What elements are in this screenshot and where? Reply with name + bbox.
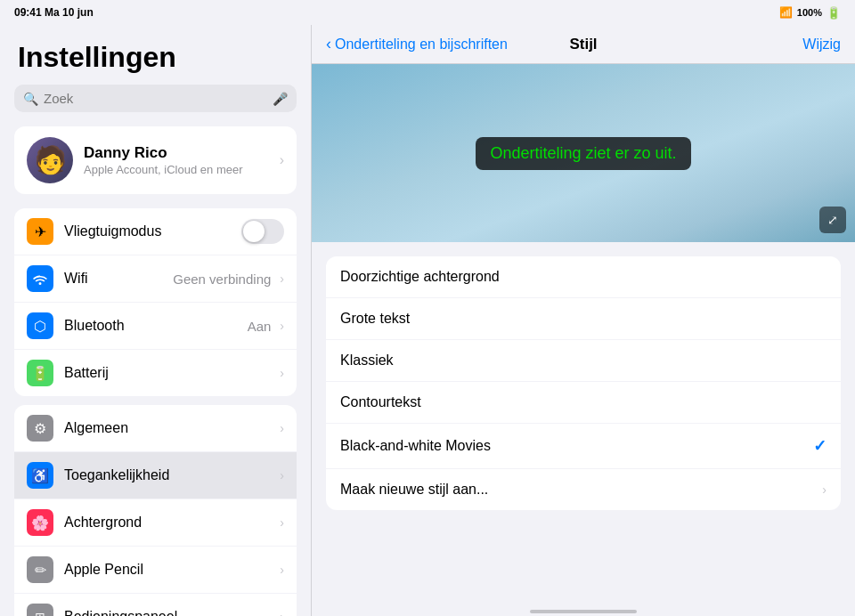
vliegtuigmodus-toggle[interactable] (241, 219, 284, 244)
nav-title: Stijl (569, 36, 597, 53)
status-icons: 📶 100% 🔋 (779, 6, 841, 20)
sidebar-item-applepencil[interactable]: ✏ Apple Pencil › (14, 547, 297, 594)
account-card[interactable]: 🧑 Danny Rico Apple Account, iCloud en me… (14, 126, 297, 194)
sidebar-item-algemeen[interactable]: ⚙ Algemeen › (14, 405, 297, 452)
style-list: Doorzichtige achtergrond Grote tekst Kla… (312, 242, 855, 612)
bluetooth-value: Aan (248, 319, 272, 334)
vliegtuigmodus-icon: ✈ (27, 218, 53, 245)
nav-back-label: Ondertiteling en bijschriften (335, 36, 508, 53)
avatar-image: 🧑 (34, 147, 67, 174)
nieuwstijl-chevron-icon: › (822, 482, 826, 497)
search-icon: 🔍 (23, 92, 38, 106)
fullscreen-button[interactable]: ⤢ (819, 207, 846, 233)
account-info: Danny Rico Apple Account, iCloud en meer (84, 144, 269, 176)
applepencil-label: Apple Pencil (64, 562, 276, 578)
sidebar-item-toegankelijkheid[interactable]: ♿ Toegankelijkheid › (14, 452, 297, 499)
wifi-chevron-icon: › (280, 272, 284, 286)
algemeen-icon: ⚙ (27, 415, 53, 442)
style-label-bwmovies: Black-and-white Movies (340, 438, 813, 454)
style-item-groot[interactable]: Grote tekst (326, 298, 841, 340)
sidebar-item-vliegtuigmodus[interactable]: ✈ Vliegtuigmodus (14, 208, 297, 255)
nav-back-button[interactable]: ‹ Ondertiteling en bijschriften (326, 35, 508, 53)
achtergrond-label: Achtergrond (64, 515, 276, 531)
checkmark-icon: ✓ (813, 436, 826, 456)
subtitle-bubble: Ondertiteling ziet er zo uit. (476, 137, 690, 170)
vliegtuigmodus-label: Vliegtuigmodus (64, 223, 241, 239)
wifi-value: Geen verbinding (173, 272, 271, 287)
settings-section-1: ✈ Vliegtuigmodus Wifi Geen verbinding (14, 208, 297, 396)
sidebar-title: Instellingen (0, 25, 311, 85)
battery-percentage: 100% (797, 7, 822, 18)
bluetooth-chevron-icon: › (280, 319, 284, 333)
battery-icon: 🔋 (826, 6, 841, 20)
toegankelijkheid-chevron-icon: › (280, 468, 284, 482)
home-indicator (530, 610, 637, 613)
batterij-icon: 🔋 (27, 360, 53, 386)
style-item-nieuwstijl[interactable]: Maak nieuwe stijl aan... › (326, 469, 841, 510)
fullscreen-icon: ⤢ (827, 213, 838, 227)
sidebar-item-bluetooth[interactable]: ⬡ Bluetooth Aan › (14, 303, 297, 350)
mic-icon[interactable]: 🎤 (273, 92, 288, 106)
bottom-bar (312, 612, 855, 616)
style-label-doorzichtig: Doorzichtige achtergrond (340, 269, 826, 285)
wifi-icon: 📶 (779, 6, 793, 19)
style-item-klassiek[interactable]: Klassiek (326, 340, 841, 382)
toegankelijkheid-icon: ♿ (27, 462, 53, 489)
bluetooth-label: Bluetooth (64, 318, 248, 334)
status-time-date: 09:41 Ma 10 jun (14, 6, 94, 19)
bedieningspaneel-icon: ⊞ (27, 604, 53, 616)
style-label-klassiek: Klassiek (340, 353, 826, 369)
right-panel: ‹ Ondertiteling en bijschriften Stijl Wi… (312, 25, 855, 616)
sidebar-item-wifi[interactable]: Wifi Geen verbinding › (14, 255, 297, 303)
batterij-label: Batterij (64, 365, 276, 381)
achtergrond-icon: 🌸 (27, 509, 53, 536)
search-bar[interactable]: 🔍 🎤 (14, 85, 297, 112)
sidebar-item-achtergrond[interactable]: 🌸 Achtergrond › (14, 499, 297, 547)
style-label-nieuwstijl: Maak nieuwe stijl aan... (340, 482, 822, 498)
nav-wijzig-button[interactable]: Wijzig (802, 36, 841, 53)
account-chevron-icon: › (280, 152, 284, 168)
bedieningspaneel-label: Bedieningspaneel (64, 609, 276, 616)
style-label-contourtekst: Contourtekst (340, 394, 826, 410)
style-item-bwmovies[interactable]: Black-and-white Movies ✓ (326, 424, 841, 469)
search-input[interactable] (44, 91, 267, 106)
algemeen-label: Algemeen (64, 420, 276, 436)
account-subtitle: Apple Account, iCloud en meer (84, 163, 269, 176)
batterij-chevron-icon: › (280, 366, 284, 380)
toegankelijkheid-label: Toegankelijkheid (64, 467, 276, 483)
style-item-contourtekst[interactable]: Contourtekst (326, 382, 841, 424)
sidebar-item-batterij[interactable]: 🔋 Batterij › (14, 350, 297, 396)
status-bar: 09:41 Ma 10 jun 📶 100% 🔋 (0, 0, 855, 25)
subtitle-preview: Ondertiteling ziet er zo uit. ⤢ (312, 64, 855, 242)
account-name: Danny Rico (84, 144, 269, 162)
nav-back-chevron-icon: ‹ (326, 35, 331, 53)
main-container: Instellingen 🔍 🎤 🧑 Danny Rico Apple Acco… (0, 25, 855, 616)
algemeen-chevron-icon: › (280, 421, 284, 435)
wifi-settings-icon (27, 265, 53, 292)
wifi-label: Wifi (64, 271, 173, 287)
bluetooth-icon: ⬡ (27, 312, 53, 339)
style-section: Doorzichtige achtergrond Grote tekst Kla… (326, 256, 841, 510)
avatar: 🧑 (27, 137, 73, 183)
subtitle-preview-text: Ondertiteling ziet er zo uit. (490, 144, 676, 162)
nav-bar: ‹ Ondertiteling en bijschriften Stijl Wi… (312, 25, 855, 64)
sidebar: Instellingen 🔍 🎤 🧑 Danny Rico Apple Acco… (0, 25, 312, 616)
style-item-doorzichtig[interactable]: Doorzichtige achtergrond (326, 256, 841, 298)
settings-section-2: ⚙ Algemeen › ♿ Toegankelijkheid › 🌸 (14, 405, 297, 616)
bedieningspaneel-chevron-icon: › (280, 610, 284, 616)
applepencil-icon: ✏ (27, 556, 53, 583)
style-label-groot: Grote tekst (340, 311, 826, 327)
achtergrond-chevron-icon: › (280, 515, 284, 530)
applepencil-chevron-icon: › (280, 563, 284, 577)
sidebar-scroll: 🧑 Danny Rico Apple Account, iCloud en me… (0, 126, 311, 616)
toggle-knob (243, 221, 265, 242)
sidebar-item-bedieningspaneel[interactable]: ⊞ Bedieningspaneel › (14, 594, 297, 616)
